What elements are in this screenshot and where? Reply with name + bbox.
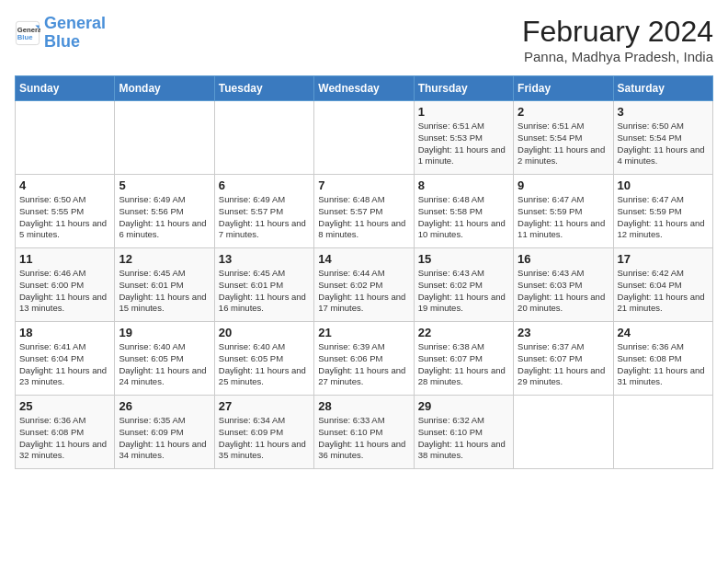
calendar-cell: 14Sunrise: 6:44 AM Sunset: 6:02 PM Dayli… [314,248,414,322]
calendar-cell: 5Sunrise: 6:49 AM Sunset: 5:56 PM Daylig… [115,175,214,248]
cell-day-number: 10 [618,178,709,192]
cell-day-number: 25 [19,399,110,413]
cell-day-number: 21 [318,326,409,339]
cell-daylight-info: Sunrise: 6:37 AM Sunset: 6:07 PM Dayligh… [518,341,609,388]
week-row-5: 25Sunrise: 6:36 AM Sunset: 6:08 PM Dayli… [16,396,713,469]
calendar-cell: 22Sunrise: 6:38 AM Sunset: 6:07 PM Dayli… [414,322,513,396]
calendar-body: 1Sunrise: 6:51 AM Sunset: 5:53 PM Daylig… [16,101,713,469]
calendar-cell: 16Sunrise: 6:43 AM Sunset: 6:03 PM Dayli… [514,248,613,322]
calendar-cell: 2Sunrise: 6:51 AM Sunset: 5:54 PM Daylig… [514,101,613,175]
cell-day-number: 7 [318,178,409,192]
cell-day-number: 22 [418,326,509,339]
calendar-subtitle: Panna, Madhya Pradesh, India [522,49,713,64]
cell-day-number: 9 [518,178,609,192]
calendar-header: SundayMondayTuesdayWednesdayThursdayFrid… [16,76,713,101]
cell-day-number: 4 [19,178,110,192]
calendar-cell: 10Sunrise: 6:47 AM Sunset: 5:59 PM Dayli… [613,175,712,248]
cell-day-number: 5 [119,178,210,192]
cell-daylight-info: Sunrise: 6:44 AM Sunset: 6:02 PM Dayligh… [318,268,409,315]
calendar-cell: 1Sunrise: 6:51 AM Sunset: 5:53 PM Daylig… [414,101,513,175]
calendar-cell: 7Sunrise: 6:48 AM Sunset: 5:57 PM Daylig… [314,175,414,248]
calendar-cell: 3Sunrise: 6:50 AM Sunset: 5:54 PM Daylig… [613,101,712,175]
cell-day-number: 2 [518,105,609,119]
cell-daylight-info: Sunrise: 6:32 AM Sunset: 6:10 PM Dayligh… [418,415,509,462]
cell-day-number: 27 [219,399,310,413]
cell-daylight-info: Sunrise: 6:51 AM Sunset: 5:54 PM Dayligh… [518,121,609,167]
calendar-cell: 9Sunrise: 6:47 AM Sunset: 5:59 PM Daylig… [514,175,613,248]
cell-daylight-info: Sunrise: 6:49 AM Sunset: 5:56 PM Dayligh… [119,194,210,241]
cell-daylight-info: Sunrise: 6:45 AM Sunset: 6:01 PM Dayligh… [219,268,310,315]
calendar-cell [16,101,115,175]
cell-daylight-info: Sunrise: 6:34 AM Sunset: 6:09 PM Dayligh… [219,415,310,462]
calendar-cell: 20Sunrise: 6:40 AM Sunset: 6:05 PM Dayli… [214,322,313,396]
cell-day-number: 11 [19,252,110,266]
calendar-cell: 12Sunrise: 6:45 AM Sunset: 6:01 PM Dayli… [115,248,214,322]
cell-daylight-info: Sunrise: 6:40 AM Sunset: 6:05 PM Dayligh… [219,341,310,388]
header-row: SundayMondayTuesdayWednesdayThursdayFrid… [16,76,713,101]
calendar-cell: 18Sunrise: 6:41 AM Sunset: 6:04 PM Dayli… [16,322,115,396]
cell-daylight-info: Sunrise: 6:33 AM Sunset: 6:10 PM Dayligh… [318,415,409,462]
calendar-cell: 25Sunrise: 6:36 AM Sunset: 6:08 PM Dayli… [16,396,115,469]
calendar-cell: 27Sunrise: 6:34 AM Sunset: 6:09 PM Dayli… [214,396,313,469]
cell-day-number: 8 [418,178,509,192]
column-header-saturday: Saturday [613,76,712,101]
cell-day-number: 15 [418,252,509,266]
cell-day-number: 18 [19,326,110,339]
cell-daylight-info: Sunrise: 6:47 AM Sunset: 5:59 PM Dayligh… [618,194,709,241]
cell-day-number: 19 [119,326,210,339]
cell-daylight-info: Sunrise: 6:38 AM Sunset: 6:07 PM Dayligh… [418,341,509,388]
calendar-cell: 28Sunrise: 6:33 AM Sunset: 6:10 PM Dayli… [314,396,414,469]
cell-day-number: 14 [318,252,409,266]
logo: General Blue GeneralBlue [15,15,106,52]
calendar-cell: 29Sunrise: 6:32 AM Sunset: 6:10 PM Dayli… [414,396,513,469]
calendar-cell: 8Sunrise: 6:48 AM Sunset: 5:58 PM Daylig… [414,175,513,248]
cell-day-number: 6 [219,178,310,192]
column-header-tuesday: Tuesday [214,76,313,101]
cell-day-number: 1 [418,105,509,119]
column-header-friday: Friday [514,76,613,101]
calendar-cell: 21Sunrise: 6:39 AM Sunset: 6:06 PM Dayli… [314,322,414,396]
calendar-cell [115,101,214,175]
logo-icon: General Blue [15,20,40,46]
cell-day-number: 3 [618,105,709,119]
calendar-cell: 6Sunrise: 6:49 AM Sunset: 5:57 PM Daylig… [214,175,313,248]
cell-day-number: 29 [418,399,509,413]
cell-daylight-info: Sunrise: 6:50 AM Sunset: 5:54 PM Dayligh… [618,121,709,167]
cell-day-number: 24 [618,326,709,339]
cell-day-number: 17 [618,252,709,266]
calendar-cell [613,396,712,469]
cell-daylight-info: Sunrise: 6:43 AM Sunset: 6:02 PM Dayligh… [418,268,509,315]
cell-day-number: 26 [119,399,210,413]
calendar-cell: 11Sunrise: 6:46 AM Sunset: 6:00 PM Dayli… [16,248,115,322]
calendar-title: February 2024 [522,15,713,49]
column-header-wednesday: Wednesday [314,76,414,101]
cell-day-number: 12 [119,252,210,266]
cell-daylight-info: Sunrise: 6:35 AM Sunset: 6:09 PM Dayligh… [119,415,210,462]
cell-daylight-info: Sunrise: 6:49 AM Sunset: 5:57 PM Dayligh… [219,194,310,241]
week-row-3: 11Sunrise: 6:46 AM Sunset: 6:00 PM Dayli… [16,248,713,322]
column-header-monday: Monday [115,76,214,101]
cell-daylight-info: Sunrise: 6:36 AM Sunset: 6:08 PM Dayligh… [618,341,709,388]
calendar-cell: 19Sunrise: 6:40 AM Sunset: 6:05 PM Dayli… [115,322,214,396]
cell-day-number: 16 [518,252,609,266]
calendar-cell: 23Sunrise: 6:37 AM Sunset: 6:07 PM Dayli… [514,322,613,396]
page-header: General Blue GeneralBlue February 2024 P… [15,15,713,64]
cell-daylight-info: Sunrise: 6:47 AM Sunset: 5:59 PM Dayligh… [518,194,609,241]
cell-day-number: 28 [318,399,409,413]
calendar-cell [214,101,313,175]
calendar-cell: 17Sunrise: 6:42 AM Sunset: 6:04 PM Dayli… [613,248,712,322]
logo-text: GeneralBlue [44,15,106,52]
calendar-cell [314,101,414,175]
calendar-cell: 24Sunrise: 6:36 AM Sunset: 6:08 PM Dayli… [613,322,712,396]
cell-daylight-info: Sunrise: 6:45 AM Sunset: 6:01 PM Dayligh… [119,268,210,315]
calendar-cell: 15Sunrise: 6:43 AM Sunset: 6:02 PM Dayli… [414,248,513,322]
cell-daylight-info: Sunrise: 6:50 AM Sunset: 5:55 PM Dayligh… [19,194,110,241]
column-header-thursday: Thursday [414,76,513,101]
week-row-4: 18Sunrise: 6:41 AM Sunset: 6:04 PM Dayli… [16,322,713,396]
title-block: February 2024 Panna, Madhya Pradesh, Ind… [522,15,713,64]
cell-daylight-info: Sunrise: 6:43 AM Sunset: 6:03 PM Dayligh… [518,268,609,315]
svg-text:Blue: Blue [17,33,33,41]
cell-daylight-info: Sunrise: 6:39 AM Sunset: 6:06 PM Dayligh… [318,341,409,388]
cell-daylight-info: Sunrise: 6:40 AM Sunset: 6:05 PM Dayligh… [119,341,210,388]
cell-day-number: 13 [219,252,310,266]
